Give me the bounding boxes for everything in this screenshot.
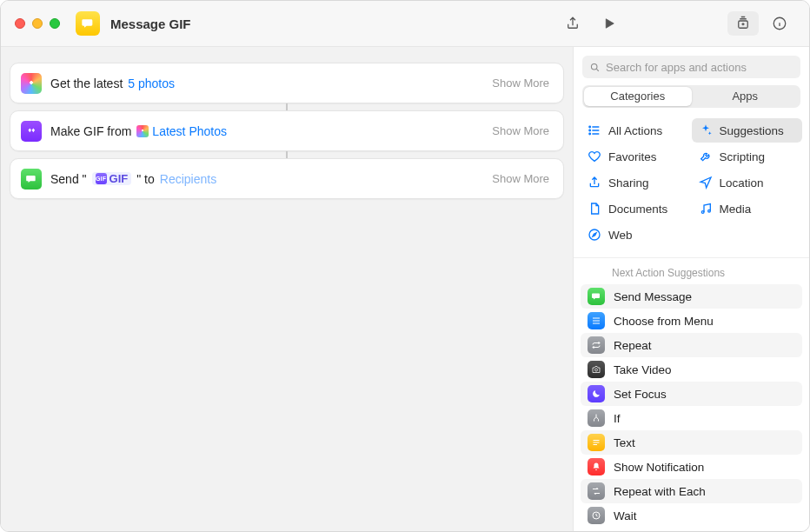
repeat-icon <box>588 336 605 354</box>
action-get-latest-photos[interactable]: Get the latest 5 photos Show More <box>10 63 564 103</box>
text-icon <box>588 434 605 451</box>
app-window: Message GIF <box>0 0 810 532</box>
close-window-button[interactable] <box>15 18 25 29</box>
wrench-icon <box>699 150 713 163</box>
cat-web[interactable]: Web <box>581 223 692 247</box>
action-title: Get the latest 5 photos <box>50 76 175 90</box>
svg-point-5 <box>589 133 591 135</box>
search-icon <box>589 62 601 73</box>
svg-point-6 <box>701 211 704 214</box>
suggestion-text[interactable]: Text <box>581 430 802 455</box>
suggestion-repeat-with-each[interactable]: Repeat with Each <box>581 479 802 503</box>
search-input[interactable] <box>606 61 793 74</box>
suggestion-show-notification[interactable]: Show Notification <box>581 455 802 479</box>
cat-all-actions[interactable]: All Actions <box>581 118 692 143</box>
bell-icon <box>588 458 605 475</box>
search-field[interactable] <box>582 56 800 78</box>
location-icon <box>699 176 713 190</box>
zoom-window-button[interactable] <box>50 18 60 29</box>
svg-point-7 <box>707 209 710 212</box>
suggestion-send-message[interactable]: Send Message <box>581 284 802 309</box>
gif-mini-icon: GIF <box>96 173 107 184</box>
safari-icon <box>588 228 601 242</box>
action-title: Send " GIF GIF " to Recipients <box>50 172 216 186</box>
messages-icon <box>588 288 605 305</box>
suggestions-header: Next Action Suggestions <box>574 258 809 284</box>
shortcut-badge-icon <box>76 11 100 36</box>
photos-mini-icon <box>136 125 149 137</box>
list-icon <box>588 123 601 137</box>
svg-point-2 <box>591 63 597 70</box>
heart-icon <box>588 150 601 163</box>
cat-suggestions[interactable]: Suggestions <box>692 118 803 143</box>
suggestion-if[interactable]: If <box>581 406 802 430</box>
suggestions-list: Send Message Choose from Menu Repeat Tak… <box>574 284 809 531</box>
shortcut-title: Message GIF <box>110 17 191 31</box>
window-controls <box>15 18 60 29</box>
gif-source-token[interactable]: Latest Photos <box>136 124 227 138</box>
doc-icon <box>588 202 601 216</box>
action-connector <box>286 151 288 158</box>
moon-icon <box>588 385 605 402</box>
toolbar: Message GIF <box>1 1 809 47</box>
suggestion-wait[interactable]: Wait <box>581 503 802 528</box>
svg-point-3 <box>589 126 591 128</box>
photos-icon <box>21 73 42 94</box>
show-more-button[interactable]: Show More <box>492 124 549 137</box>
category-grid: All Actions Suggestions Favorites Script… <box>574 116 809 258</box>
suggestion-repeat[interactable]: Repeat <box>581 333 802 357</box>
minimize-window-button[interactable] <box>32 18 43 29</box>
svg-point-4 <box>589 130 591 131</box>
branch-icon <box>588 409 605 427</box>
repeat-each-icon <box>588 482 605 500</box>
library-panel: Categories Apps All Actions Suggestions … <box>573 47 809 531</box>
show-more-button[interactable]: Show More <box>492 172 549 185</box>
info-button[interactable] <box>764 11 795 36</box>
library-toggle-button[interactable] <box>727 11 759 36</box>
recipients-token[interactable]: Recipients <box>160 172 216 186</box>
cat-media[interactable]: Media <box>692 196 803 221</box>
action-title: Make GIF from Latest Photos <box>50 124 227 138</box>
tab-apps[interactable]: Apps <box>692 87 800 106</box>
editor-canvas[interactable]: Get the latest 5 photos Show More Make G… <box>1 47 573 531</box>
cat-sharing[interactable]: Sharing <box>581 170 692 195</box>
action-connector <box>286 103 288 110</box>
suggestion-set-focus[interactable]: Set Focus <box>581 382 802 406</box>
action-send-message[interactable]: Send " GIF GIF " to Recipients Show More <box>10 158 564 199</box>
cat-favorites[interactable]: Favorites <box>581 144 692 169</box>
tab-categories[interactable]: Categories <box>584 87 692 106</box>
cat-documents[interactable]: Documents <box>581 196 692 221</box>
menu-icon <box>588 312 605 329</box>
photo-count-token[interactable]: 5 photos <box>128 76 175 90</box>
share-icon <box>588 176 601 190</box>
gif-variable-pill[interactable]: GIF GIF <box>92 172 132 185</box>
camera-icon <box>588 361 605 378</box>
suggestion-take-video[interactable]: Take Video <box>581 357 802 382</box>
action-make-gif[interactable]: Make GIF from Latest Photos Show More <box>10 110 564 151</box>
gif-icon <box>21 121 42 142</box>
clock-icon <box>588 507 605 524</box>
library-tabs[interactable]: Categories Apps <box>582 85 800 108</box>
svg-point-9 <box>595 369 598 371</box>
sparkle-icon <box>699 123 713 137</box>
show-more-button[interactable]: Show More <box>492 76 549 90</box>
messages-icon <box>21 169 42 190</box>
music-icon <box>699 202 713 216</box>
cat-scripting[interactable]: Scripting <box>692 144 803 169</box>
suggestion-choose-from-menu[interactable]: Choose from Menu <box>581 309 802 333</box>
cat-location[interactable]: Location <box>692 170 803 195</box>
share-button[interactable] <box>557 11 588 36</box>
run-button[interactable] <box>594 11 625 36</box>
svg-point-8 <box>589 229 600 240</box>
